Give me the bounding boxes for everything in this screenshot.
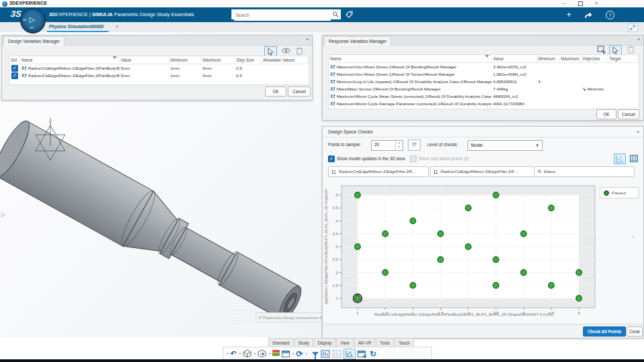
visibility-eye-icon[interactable] (280, 46, 292, 56)
response-icon: Xƒ (330, 94, 335, 99)
filter-funnel-icon[interactable] (312, 349, 319, 359)
chart-point[interactable] (521, 269, 527, 276)
chart-point[interactable] (576, 269, 582, 276)
delete-trash-icon[interactable] (294, 46, 305, 56)
expand-workspace-icon[interactable] (628, 23, 638, 32)
doe-table-icon[interactable] (321, 349, 330, 359)
dvm-tab[interactable]: Design Variables Manager (3, 36, 64, 46)
refresh-icon[interactable]: ↻ (370, 349, 376, 359)
delete-trash-icon[interactable] (625, 45, 637, 54)
export-view-dropdown-caret[interactable]: ▾ (269, 352, 270, 355)
undo-dropdown-caret[interactable]: ▾ (239, 352, 240, 355)
new-tab-button[interactable]: + (115, 23, 119, 30)
row-checkbox[interactable]: ✓ (11, 65, 18, 72)
chart-point[interactable] (493, 257, 499, 263)
update-icon[interactable]: ⟳ (297, 349, 303, 359)
add-response-icon[interactable] (596, 45, 607, 54)
chart-point[interactable] (521, 231, 527, 237)
document-tab[interactable]: Physics Simulation00000 (49, 24, 103, 29)
compass-play-icon[interactable]: ▷ (30, 15, 35, 24)
help-icon[interactable]: ? (606, 11, 614, 19)
response-name: Maximum\Worst Cycle Mean Stress (correct… (337, 94, 492, 99)
svg-text:2: 2 (336, 270, 339, 275)
objective-value[interactable]: Minimize (587, 86, 603, 91)
variable-value[interactable]: 5mm (119, 73, 169, 78)
dvm-ok-button[interactable]: OK (265, 86, 286, 97)
rvm-close-icon[interactable]: × (635, 36, 642, 42)
results-table-gear-icon[interactable]: ⚙ (358, 349, 366, 359)
export-view-icon[interactable] (258, 349, 266, 359)
doe-table-alt-icon[interactable] (332, 349, 341, 359)
close-button[interactable]: × (592, 0, 601, 7)
action-bar-tab[interactable]: View (336, 338, 354, 347)
dvm-close-icon[interactable]: × (304, 36, 311, 42)
action-bar-tab[interactable]: Touch (394, 338, 414, 347)
action-bar-tab[interactable]: Study (294, 338, 313, 347)
dvm-cancel-button[interactable]: Cancel (288, 86, 311, 97)
response-value: 4.895299911 (492, 79, 537, 84)
dvm-table-row[interactable]: ✓ XƒRadius\CstEdgeRibbon.3\EdgeFillet.3\… (9, 72, 309, 79)
dvm-header: Design Variables Manager × (2, 36, 312, 46)
variable-value[interactable]: 5mm (119, 66, 169, 70)
tree-expand-arrow-icon[interactable]: ▷ (1, 212, 5, 218)
layout-dropdown-caret[interactable]: ▾ (292, 352, 294, 355)
scatter-matrix-icon[interactable] (343, 349, 356, 359)
chart-point[interactable] (466, 205, 472, 211)
undo-icon[interactable]: ↶ (230, 349, 236, 359)
chart-point[interactable] (382, 269, 388, 276)
dvm-col-allowable: Allowable Values (262, 56, 309, 64)
chart-point[interactable] (437, 231, 443, 237)
chart-point[interactable] (382, 231, 388, 237)
rvm-table-row[interactable]: XƒMaximum\Worst Cycle Damage Parameter (… (329, 100, 639, 107)
chart-point[interactable] (437, 257, 443, 263)
rvm-table-row[interactable]: XƒMaximum\Von Mises Stress.1\Result Of B… (329, 63, 639, 70)
action-bar-tab[interactable]: Display (314, 338, 336, 347)
rvm-table-row[interactable]: XƒMass\Mass Sensor.2\Result Of Bending\R… (329, 85, 639, 93)
collapse-panel-chevron-icon[interactable]: ‹ (632, 234, 634, 240)
chart-point[interactable] (548, 205, 554, 211)
iso-view-icon[interactable] (243, 349, 252, 359)
chart-point[interactable] (466, 244, 472, 250)
manipulator-dots-handle[interactable] (231, 309, 250, 325)
toolbar-collapse-icon[interactable]: ▾ (227, 352, 228, 355)
rvm-table-row[interactable]: XƒMaximum\Von Mises Stress.1\Result Of T… (329, 70, 639, 78)
action-bar-tab[interactable]: Tools (376, 338, 394, 347)
action-bar-tab[interactable]: AR-VR (354, 338, 376, 347)
dsc-close-button[interactable]: Close (627, 326, 643, 337)
render-style-icon[interactable] (272, 349, 280, 359)
search-input[interactable] (234, 9, 331, 21)
rvm-ok-button[interactable]: OK (596, 109, 616, 119)
add-icon[interactable]: + (564, 10, 574, 19)
check-all-points-button[interactable]: Check All Points (583, 326, 626, 337)
3dexperience-compass[interactable]: ▷ 3D V.R (20, 8, 46, 34)
chart-point[interactable] (410, 218, 416, 224)
rvm-tab[interactable]: Response Variables Manager (324, 36, 391, 46)
minimize-button[interactable]: – (559, 0, 569, 7)
action-bar-tab[interactable]: Standard (268, 338, 294, 347)
dvm-table-row[interactable]: ✓ XƒRadius\CstEdgeRibbon.2\EdgeFillet.2\… (9, 64, 309, 72)
design-space-scatter-plot[interactable]: 11.522.533.544.5511.522.533.544.55 (323, 127, 643, 325)
passed-legend-label: Passed (612, 190, 626, 195)
chart-point[interactable] (493, 192, 499, 198)
chart-point[interactable] (355, 192, 361, 198)
rvm-table-row[interactable]: XƒMinimum\Log of Life (repeats).1\Result… (329, 78, 639, 85)
search-icon[interactable] (333, 11, 339, 17)
chart-point[interactable] (493, 282, 499, 288)
filter-icon[interactable] (113, 56, 117, 59)
update-dropdown-caret[interactable]: ▾ (306, 352, 307, 355)
share-icon[interactable] (584, 11, 594, 19)
layout-panel-icon[interactable] (282, 349, 290, 359)
tag-icon[interactable] (345, 10, 356, 19)
app-favicon (2, 1, 7, 7)
row-checkbox[interactable]: ✓ (11, 72, 18, 79)
rvm-table-row[interactable]: XƒMaximum\Worst Cycle Mean Stress (corre… (329, 93, 639, 100)
iso-view-dropdown-caret[interactable]: ▾ (254, 352, 256, 355)
chart-point[interactable] (355, 244, 361, 250)
chart-point[interactable] (355, 296, 361, 302)
chart-point[interactable] (548, 282, 554, 288)
filter-icon[interactable] (485, 55, 489, 58)
chart-point[interactable] (410, 282, 416, 288)
dvm-table: Sel Name Value Minimum Maximum Step Size… (9, 56, 309, 85)
chart-point[interactable] (576, 296, 582, 302)
rvm-cancel-button[interactable]: Cancel (618, 109, 639, 119)
